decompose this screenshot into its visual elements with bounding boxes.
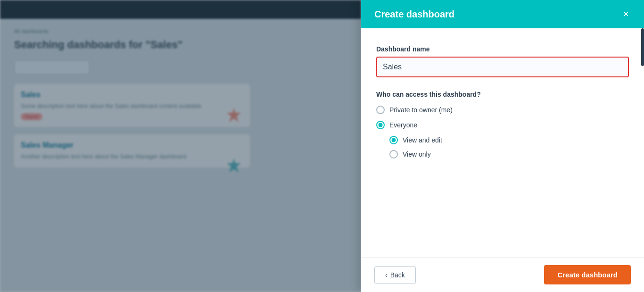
radio-everyone-input[interactable] <box>376 121 385 129</box>
background-dim <box>0 0 361 292</box>
radio-private[interactable]: Private to owner (me) <box>376 106 629 114</box>
dashboard-name-label: Dashboard name <box>376 45 629 53</box>
back-button-label: Back <box>390 271 405 279</box>
modal-title: Create dashboard <box>374 9 454 20</box>
radio-everyone-label: Everyone <box>389 121 417 129</box>
radio-everyone[interactable]: Everyone <box>376 121 629 129</box>
radio-view-only-label: View only <box>403 150 431 158</box>
create-dashboard-button[interactable]: Create dashboard <box>544 265 631 284</box>
radio-private-input[interactable] <box>376 106 385 114</box>
modal-close-button[interactable]: × <box>621 7 631 21</box>
back-chevron-icon: ‹ <box>385 271 388 279</box>
create-dashboard-modal: Create dashboard × Dashboard name Who ca… <box>361 0 644 292</box>
radio-view-only-input[interactable] <box>389 150 398 159</box>
radio-view-edit-input[interactable] <box>389 136 398 144</box>
sub-options-container: View and edit View only <box>389 136 629 159</box>
radio-private-label: Private to owner (me) <box>389 106 453 114</box>
access-section: Who can access this dashboard? Private t… <box>376 91 629 159</box>
radio-view-only[interactable]: View only <box>389 150 629 159</box>
radio-view-edit-label: View and edit <box>403 136 442 144</box>
dashboard-name-input[interactable] <box>376 57 629 77</box>
back-button[interactable]: ‹ Back <box>374 266 416 284</box>
scrollbar-handle[interactable] <box>641 28 644 66</box>
access-question-label: Who can access this dashboard? <box>376 91 629 98</box>
modal-body: Dashboard name Who can access this dashb… <box>361 28 644 257</box>
radio-view-edit[interactable]: View and edit <box>389 136 629 144</box>
modal-footer: ‹ Back Create dashboard <box>361 257 644 292</box>
modal-header: Create dashboard × <box>361 0 644 28</box>
